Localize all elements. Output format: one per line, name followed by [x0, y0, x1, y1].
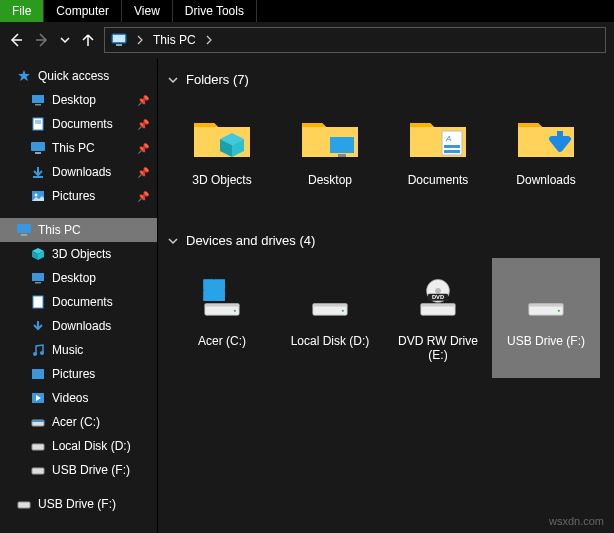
svg-rect-17 — [33, 296, 43, 308]
drive-local-d[interactable]: Local Disk (D:) — [276, 258, 384, 378]
svg-rect-13 — [17, 224, 31, 233]
pin-icon: 📌 — [137, 167, 149, 178]
sidebar-documents[interactable]: Documents 📌 — [0, 112, 157, 136]
sidebar-tp-pictures[interactable]: Pictures — [0, 362, 157, 386]
desktop-icon — [30, 92, 46, 108]
group-drives-header[interactable]: Devices and drives (4) — [168, 233, 614, 248]
videos-icon — [30, 390, 46, 406]
sidebar-tp-acer[interactable]: Acer (C:) — [0, 410, 157, 434]
sidebar-item-label: Acer (C:) — [52, 415, 100, 429]
drive-icon — [30, 438, 46, 454]
music-icon — [30, 342, 46, 358]
svg-rect-39 — [313, 304, 347, 307]
downloads-icon — [30, 318, 46, 334]
sidebar-item-label: Desktop — [52, 93, 96, 107]
sidebar-tp-music[interactable]: Music — [0, 338, 157, 362]
sidebar-item-label: Local Disk (D:) — [52, 439, 131, 453]
sidebar-tp-usb[interactable]: USB Drive (F:) — [0, 458, 157, 482]
svg-rect-27 — [330, 137, 354, 153]
folder-icon: A — [406, 109, 470, 165]
svg-point-18 — [33, 352, 37, 356]
svg-rect-28 — [338, 154, 346, 157]
usb-drive-icon — [514, 270, 578, 326]
sidebar-downloads[interactable]: Downloads 📌 — [0, 160, 157, 184]
recent-dropdown[interactable] — [60, 35, 70, 45]
sidebar-tp-downloads[interactable]: Downloads — [0, 314, 157, 338]
sidebar-item-label: This PC — [38, 223, 81, 237]
svg-rect-36 — [205, 304, 239, 307]
group-folders-header[interactable]: Folders (7) — [168, 72, 614, 87]
pin-icon: 📌 — [137, 95, 149, 106]
sidebar-pictures[interactable]: Pictures 📌 — [0, 184, 157, 208]
drive-dvd-e[interactable]: DVD DVD RW Drive (E:) — [384, 258, 492, 378]
address-bar[interactable]: This PC — [104, 27, 606, 53]
svg-rect-48 — [529, 304, 563, 307]
group-header-label: Devices and drives (4) — [186, 233, 315, 248]
folder-downloads[interactable]: Downloads — [492, 97, 600, 217]
sidebar-tp-local[interactable]: Local Disk (D:) — [0, 434, 157, 458]
svg-text:DVD: DVD — [432, 294, 444, 300]
menu-computer[interactable]: Computer — [44, 0, 122, 22]
drive-acer-c[interactable]: Acer (C:) — [168, 258, 276, 378]
desktop-icon — [30, 270, 46, 286]
svg-rect-46 — [421, 304, 455, 307]
svg-point-42 — [435, 288, 441, 294]
menu-view[interactable]: View — [122, 0, 173, 22]
item-label: Local Disk (D:) — [287, 334, 374, 348]
back-button[interactable] — [8, 32, 24, 48]
svg-rect-3 — [32, 95, 44, 103]
documents-icon — [30, 116, 46, 132]
svg-point-12 — [35, 194, 38, 197]
pin-icon: 📌 — [137, 191, 149, 202]
this-pc-icon — [16, 222, 32, 238]
sidebar-usb-root[interactable]: USB Drive (F:) — [0, 492, 157, 516]
sidebar-tp-documents[interactable]: Documents — [0, 290, 157, 314]
svg-rect-1 — [113, 35, 125, 42]
breadcrumb-this-pc[interactable]: This PC — [153, 33, 196, 47]
star-icon — [16, 68, 32, 84]
sidebar-item-label: Desktop — [52, 271, 96, 285]
svg-rect-9 — [35, 152, 41, 154]
svg-rect-31 — [444, 145, 460, 148]
svg-rect-32 — [444, 150, 460, 153]
chevron-right-icon — [204, 35, 214, 45]
forward-button[interactable] — [34, 32, 50, 48]
pin-icon: 📌 — [137, 119, 149, 130]
up-button[interactable] — [80, 32, 96, 48]
sidebar-quick-access[interactable]: Quick access — [0, 64, 157, 88]
svg-rect-14 — [21, 234, 27, 236]
sidebar-item-label: This PC — [52, 141, 95, 155]
svg-rect-8 — [31, 142, 45, 151]
svg-rect-26 — [18, 502, 30, 508]
svg-point-19 — [40, 351, 44, 355]
sidebar-this-pc[interactable]: This PC — [0, 218, 157, 242]
sidebar-tp-videos[interactable]: Videos — [0, 386, 157, 410]
svg-rect-25 — [32, 468, 44, 474]
downloads-icon — [30, 164, 46, 180]
sidebar-3d-objects[interactable]: 3D Objects — [0, 242, 157, 266]
pictures-icon — [30, 188, 46, 204]
pictures-icon — [30, 366, 46, 382]
item-label: Desktop — [304, 173, 356, 187]
drive-icon — [298, 270, 362, 326]
item-label: 3D Objects — [188, 173, 255, 187]
sidebar-tp-desktop[interactable]: Desktop — [0, 266, 157, 290]
this-pc-icon — [111, 32, 127, 48]
folder-desktop[interactable]: Desktop — [276, 97, 384, 217]
drive-usb-f[interactable]: USB Drive (F:) — [492, 258, 600, 378]
sidebar-item-label: Pictures — [52, 367, 95, 381]
folder-3d-objects[interactable]: 3D Objects — [168, 97, 276, 217]
folder-documents[interactable]: A Documents — [384, 97, 492, 217]
svg-rect-4 — [35, 104, 41, 106]
menu-file[interactable]: File — [0, 0, 44, 22]
dvd-drive-icon: DVD — [406, 270, 470, 326]
menu-drive-tools[interactable]: Drive Tools — [173, 0, 257, 22]
this-pc-icon — [30, 140, 46, 156]
sidebar-desktop[interactable]: Desktop 📌 — [0, 88, 157, 112]
sidebar-item-label: Documents — [52, 117, 113, 131]
documents-icon — [30, 294, 46, 310]
sidebar-this-pc-quick[interactable]: This PC 📌 — [0, 136, 157, 160]
group-header-label: Folders (7) — [186, 72, 249, 87]
item-label: Downloads — [512, 173, 579, 187]
svg-rect-15 — [32, 273, 44, 281]
